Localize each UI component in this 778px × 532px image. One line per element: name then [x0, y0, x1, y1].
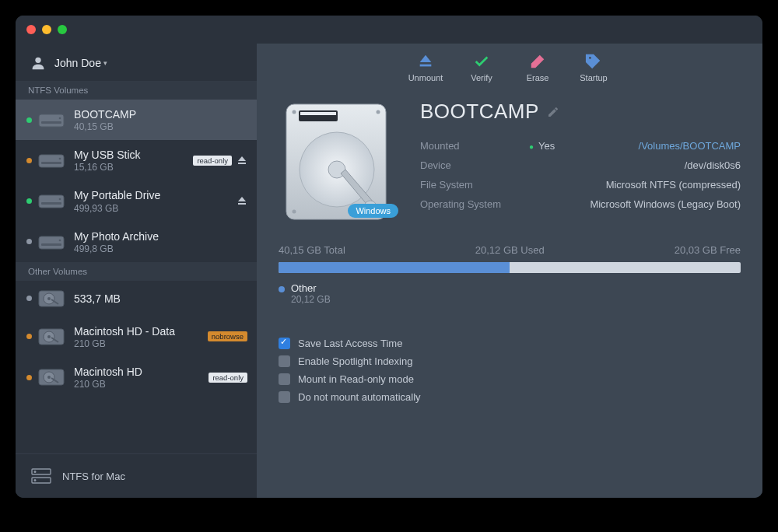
storage-legend: Other 20,12 GB	[279, 282, 741, 305]
sidebar-volume-item[interactable]: 533,7 MB	[16, 281, 257, 317]
check-icon	[473, 53, 490, 70]
sidebar-volume-item[interactable]: Macintosh HD - Data210 GBnobrowse	[16, 317, 257, 357]
svg-rect-11	[238, 203, 246, 205]
section-header-ntfs: NTFS Volumes	[16, 81, 257, 100]
titlebar	[16, 16, 762, 44]
external-drive-icon	[38, 150, 65, 170]
storage-bar	[279, 262, 741, 273]
avatar-icon	[30, 54, 47, 72]
close-window-button[interactable]	[26, 25, 36, 34]
status-dot-icon	[26, 158, 32, 163]
volume-size: 499,93 GB	[74, 203, 232, 214]
sidebar-volume-item[interactable]: My Portable Drive499,93 GB	[16, 180, 257, 221]
svg-point-27	[34, 480, 36, 481]
svg-rect-5	[41, 162, 61, 164]
svg-point-14	[59, 239, 61, 241]
legend-dot-icon	[279, 286, 285, 292]
svg-rect-28	[420, 65, 432, 67]
status-dot-icon	[26, 117, 32, 123]
option-no-auto[interactable]: Do not mount automatically	[279, 388, 741, 406]
main-panel: Unmount Verify Erase Startup	[257, 44, 762, 498]
svg-rect-7	[238, 163, 246, 164]
volume-size: 210 GB	[74, 338, 203, 349]
svg-point-38	[293, 210, 296, 214]
svg-rect-8	[39, 195, 64, 208]
eject-icon[interactable]	[237, 195, 247, 206]
volume-tag: read-only	[193, 156, 232, 166]
status-dot-icon	[26, 334, 32, 339]
option-spotlight[interactable]: Enable Spotlight Indexing	[279, 352, 741, 370]
info-row-mounted: Mounted ●Yes /Volumes/BOOTCAMP	[420, 136, 741, 156]
volume-size: 499,8 GB	[74, 243, 247, 254]
info-row-device: Device /dev/disk0s6	[420, 156, 741, 175]
section-header-other: Other Volumes	[16, 262, 257, 281]
toolbar: Unmount Verify Erase Startup	[279, 44, 741, 96]
volume-name: Macintosh HD	[74, 365, 204, 379]
minimize-window-button[interactable]	[42, 25, 51, 34]
tag-icon	[585, 53, 602, 70]
mount-path-link[interactable]: /Volumes/BOOTCAMP	[555, 140, 741, 152]
svg-rect-9	[41, 202, 61, 205]
erase-button[interactable]: Erase	[517, 53, 559, 82]
profile-menu[interactable]: John Doe ▾	[16, 44, 257, 81]
storage-used: 20,12 GB Used	[475, 244, 545, 256]
sidebar-volume-item[interactable]: Macintosh HD210 GBread-only	[16, 357, 257, 397]
volume-name: My Photo Archive	[74, 229, 247, 243]
storage-bar-used	[279, 262, 510, 273]
volume-size: 40,15 GB	[74, 121, 247, 132]
volume-artwork: Windows	[279, 100, 395, 224]
info-row-os: Operating System Microsoft Windows (Lega…	[420, 194, 741, 214]
svg-point-36	[293, 110, 296, 114]
startup-button[interactable]: Startup	[573, 53, 615, 82]
pencil-icon[interactable]	[547, 106, 559, 118]
svg-point-3	[59, 117, 61, 120]
storage-total: 40,15 GB Total	[279, 244, 345, 256]
svg-point-0	[35, 58, 40, 63]
option-save-last-access[interactable]: Save Last Access Time	[279, 334, 741, 352]
svg-point-17	[47, 297, 51, 300]
info-row-filesystem: File System Microsoft NTFS (compressed)	[420, 175, 741, 194]
status-dot-icon	[26, 198, 32, 204]
status-dot-icon: ●	[529, 142, 534, 151]
unmount-button[interactable]: Unmount	[405, 53, 447, 82]
volume-title: BOOTCAMP	[420, 100, 539, 124]
sidebar-volume-item[interactable]: My Photo Archive499,8 GB	[16, 222, 257, 262]
volume-tag: read-only	[209, 373, 247, 383]
brand-footer[interactable]: NTFS for Mac	[16, 453, 257, 498]
external-drive-icon	[38, 232, 65, 252]
volume-size: 15,16 GB	[74, 162, 188, 173]
sidebar-volume-item[interactable]: My USB Stick15,16 GBread-only	[16, 140, 257, 180]
svg-rect-2	[41, 121, 61, 124]
chevron-down-icon: ▾	[103, 59, 107, 67]
eject-icon[interactable]	[237, 155, 247, 166]
sidebar-volume-item[interactable]: BOOTCAMP40,15 GB	[16, 100, 257, 140]
checkbox-icon	[279, 355, 290, 367]
eject-icon	[417, 53, 434, 70]
stacked-drives-icon	[31, 468, 51, 484]
status-dot-icon	[26, 296, 32, 301]
svg-rect-1	[39, 114, 64, 127]
volume-name: 533,7 MB	[74, 292, 247, 306]
checkbox-icon	[279, 391, 290, 403]
volume-size: 210 GB	[74, 379, 204, 390]
svg-point-29	[589, 57, 591, 59]
svg-point-37	[377, 110, 380, 114]
storage-summary: 40,15 GB Total 20,12 GB Used 20,03 GB Fr…	[279, 244, 741, 256]
volume-name: Macintosh HD - Data	[74, 324, 203, 338]
storage-free: 20,03 GB Free	[675, 244, 741, 256]
checkbox-icon	[279, 373, 290, 385]
zoom-window-button[interactable]	[58, 25, 67, 34]
mount-options: Save Last Access Time Enable Spotlight I…	[279, 334, 741, 406]
checkbox-icon	[279, 338, 290, 349]
option-readonly[interactable]: Mount in Read-only mode	[279, 370, 741, 388]
brand-label: NTFS for Mac	[62, 471, 125, 482]
hard-drive-icon	[38, 367, 65, 387]
svg-point-10	[59, 198, 61, 201]
windows-badge: Windows	[348, 204, 398, 218]
svg-rect-32	[300, 112, 336, 115]
hard-drive-icon	[38, 327, 65, 347]
app-window: John Doe ▾ NTFS Volumes BOOTCAMP40,15 GB…	[16, 16, 762, 498]
svg-rect-13	[41, 243, 61, 246]
volume-tag: nobrowse	[208, 331, 247, 341]
verify-button[interactable]: Verify	[461, 53, 503, 82]
